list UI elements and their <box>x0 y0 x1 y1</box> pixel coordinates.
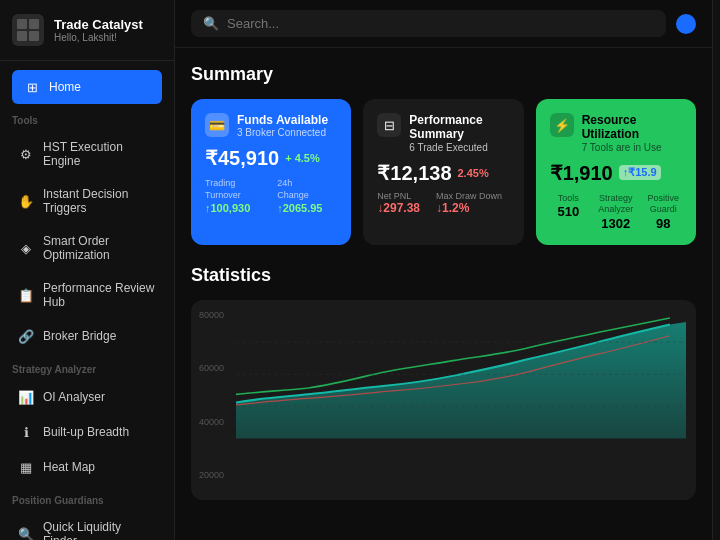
position-section-label: Position Guardians <box>0 485 174 510</box>
performance-title: Performance Summary <box>409 113 509 142</box>
resource-subtitle: 7 Tools are in Use <box>582 142 682 153</box>
funds-turnover-label: TradingTurnover <box>205 178 265 201</box>
position-nav: 🔍 Quick Liquidity Finder 💰 Payoff Chart <box>0 510 174 540</box>
idt-icon: ✋ <box>18 193 34 209</box>
performance-title-block: Performance Summary 6 Trade Executed <box>409 113 509 153</box>
search-input[interactable] <box>227 16 654 31</box>
tools-nav: ⚙ HST Execution Engine ✋ Instant Decisio… <box>0 130 174 354</box>
home-icon: ⊞ <box>24 79 40 95</box>
sidebar-item-qlf-label: Quick Liquidity Finder <box>43 520 156 540</box>
performance-card: ⊟ Performance Summary 6 Trade Executed ₹… <box>363 99 523 245</box>
statistics-section: Statistics 80000 60000 40000 20000 <box>191 265 696 500</box>
sidebar-item-soo[interactable]: ◈ Smart Order Optimization <box>6 225 168 271</box>
main-content: 🔍 Summary 💳 Funds Available 3 Broker Con… <box>175 0 712 540</box>
funds-amount: ₹45,910 + 4.5% <box>205 146 337 170</box>
sidebar-item-hm-label: Heat Map <box>43 460 95 474</box>
resource-strategy-label: Strategy Analyzer <box>597 193 634 216</box>
funds-change-label: 24hChange <box>277 178 337 201</box>
resource-icon: ⚡ <box>550 113 574 137</box>
funds-title-block: Funds Available 3 Broker Connected <box>237 113 328 138</box>
brand-icon <box>12 14 44 46</box>
sidebar-item-qlf[interactable]: 🔍 Quick Liquidity Finder <box>6 511 168 540</box>
net-pnl-value: ↓297.38 <box>377 201 420 215</box>
soo-icon: ◈ <box>18 240 34 256</box>
sidebar-item-prh-label: Performance Review Hub <box>43 281 156 309</box>
sidebar: Trade Catalyst Hello, Lakshit! ⊞ Home To… <box>0 0 175 540</box>
funds-title: Funds Available <box>237 113 328 127</box>
brand-subtitle: Hello, Lakshit! <box>54 32 143 43</box>
hst-icon: ⚙ <box>18 146 34 162</box>
resource-amount: ₹1,910 ↑₹15.9 <box>550 161 682 185</box>
funds-card-header: 💳 Funds Available 3 Broker Connected <box>205 113 337 138</box>
sidebar-item-soo-label: Smart Order Optimization <box>43 234 156 262</box>
sidebar-item-idt[interactable]: ✋ Instant Decision Triggers <box>6 178 168 224</box>
sidebar-item-idt-label: Instant Decision Triggers <box>43 187 156 215</box>
resource-stats: Tools 510 Strategy Analyzer 1302 Positiv… <box>550 193 682 231</box>
funds-icon: 💳 <box>205 113 229 137</box>
performance-subtitle: 6 Trade Executed <box>409 142 509 153</box>
brand-text: Trade Catalyst Hello, Lakshit! <box>54 17 143 43</box>
chart-svg <box>236 310 686 439</box>
max-draw-label: Max Draw Down <box>436 191 502 201</box>
performance-icon: ⊟ <box>377 113 401 137</box>
bb-icon: 🔗 <box>18 328 34 344</box>
resource-strategy: Strategy Analyzer 1302 <box>597 193 634 231</box>
resource-positive: Positive Guardi 98 <box>645 193 682 231</box>
chart-y-labels: 80000 60000 40000 20000 <box>199 310 224 480</box>
resource-tools-value: 510 <box>550 204 587 219</box>
funds-subtitle: 3 Broker Connected <box>237 127 328 138</box>
resource-change: ↑₹15.9 <box>619 165 661 180</box>
net-pnl: Net PNL ↓297.38 <box>377 191 420 215</box>
funds-change: + 4.5% <box>285 152 320 164</box>
sidebar-item-hm[interactable]: ▦ Heat Map <box>6 450 168 484</box>
funds-change-value: ↑2065.95 <box>277 202 337 214</box>
max-draw: Max Draw Down ↓1.2% <box>436 191 502 215</box>
funds-stats: TradingTurnover ↑100,930 24hChange ↑2065… <box>205 178 337 213</box>
chart-container: 80000 60000 40000 20000 <box>191 300 696 500</box>
resource-title-block: Resource Utilization 7 Tools are in Use <box>582 113 682 153</box>
resource-positive-label: Positive Guardi <box>645 193 682 216</box>
chart-y-80000: 80000 <box>199 310 224 320</box>
sidebar-item-bb-label: Broker Bridge <box>43 329 116 343</box>
max-draw-value: ↓1.2% <box>436 201 502 215</box>
resource-tools: Tools 510 <box>550 193 587 231</box>
chart-y-40000: 40000 <box>199 417 224 427</box>
performance-card-header: ⊟ Performance Summary 6 Trade Executed <box>377 113 509 153</box>
resource-title: Resource Utilization <box>582 113 682 142</box>
sidebar-item-oi-label: OI Analyser <box>43 390 105 404</box>
topbar-avatar <box>676 14 696 34</box>
sidebar-item-hst-label: HST Execution Engine <box>43 140 156 168</box>
resource-strategy-value: 1302 <box>597 216 634 231</box>
sidebar-item-oi[interactable]: 📊 OI Analyser <box>6 380 168 414</box>
funds-card: 💳 Funds Available 3 Broker Connected ₹45… <box>191 99 351 245</box>
funds-stat-change: 24hChange ↑2065.95 <box>277 178 337 213</box>
sidebar-item-bub[interactable]: ℹ Built-up Breadth <box>6 415 168 449</box>
hm-icon: ▦ <box>18 459 34 475</box>
sidebar-item-bb[interactable]: 🔗 Broker Bridge <box>6 319 168 353</box>
sidebar-item-prh[interactable]: 📋 Performance Review Hub <box>6 272 168 318</box>
chart-y-60000: 60000 <box>199 363 224 373</box>
summary-title: Summary <box>191 64 696 85</box>
resource-card: ⚡ Resource Utilization 7 Tools are in Us… <box>536 99 696 245</box>
performance-pnl: Net PNL ↓297.38 Max Draw Down ↓1.2% <box>377 191 509 215</box>
sidebar-item-home[interactable]: ⊞ Home <box>12 70 162 104</box>
funds-turnover-value: ↑100,930 <box>205 202 265 214</box>
net-pnl-label: Net PNL <box>377 191 420 201</box>
sidebar-item-hst[interactable]: ⚙ HST Execution Engine <box>6 131 168 177</box>
search-wrapper[interactable]: 🔍 <box>191 10 666 37</box>
topbar: 🔍 <box>175 0 712 48</box>
resource-positive-value: 98 <box>645 216 682 231</box>
summary-cards: 💳 Funds Available 3 Broker Connected ₹45… <box>191 99 696 245</box>
chart-y-20000: 20000 <box>199 470 224 480</box>
bub-icon: ℹ <box>18 424 34 440</box>
oi-icon: 📊 <box>18 389 34 405</box>
tools-section-label: Tools <box>0 105 174 130</box>
funds-stat-turnover: TradingTurnover ↑100,930 <box>205 178 265 213</box>
right-panel-hint <box>712 0 720 540</box>
qlf-icon: 🔍 <box>18 526 34 540</box>
statistics-title: Statistics <box>191 265 696 286</box>
sidebar-item-home-label: Home <box>49 80 81 94</box>
prh-icon: 📋 <box>18 287 34 303</box>
sidebar-item-bub-label: Built-up Breadth <box>43 425 129 439</box>
strategy-section-label: Strategy Analyzer <box>0 354 174 379</box>
